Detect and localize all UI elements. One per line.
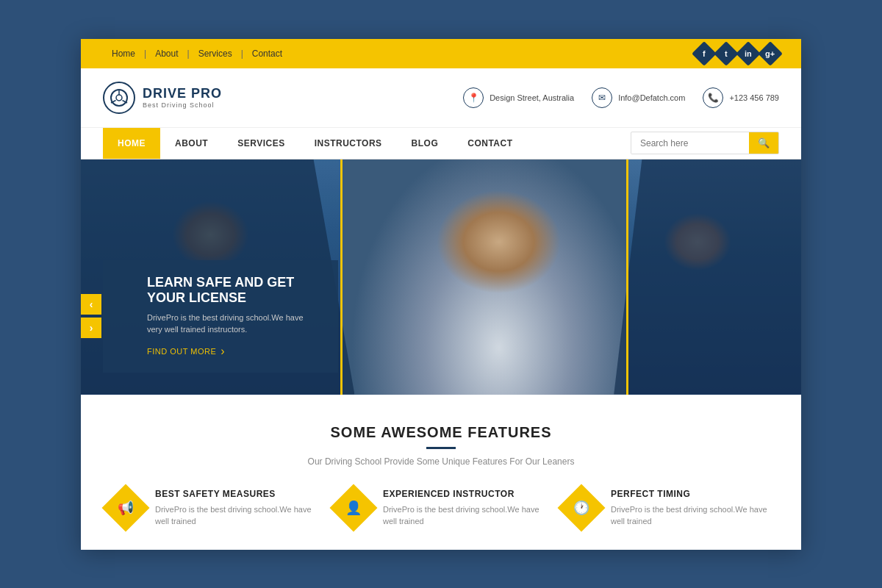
feature-safety-title: BEST SAFETY MEASURES — [155, 489, 320, 499]
top-bar: Home | About | Services | Contact f t in… — [81, 39, 801, 68]
feature-timing-title: PERFECT TIMING — [611, 489, 775, 499]
nav-instructors[interactable]: INSTRUCTORS — [300, 128, 397, 159]
nav-blog[interactable]: BLOG — [397, 128, 453, 159]
facebook-icon[interactable]: f — [692, 41, 717, 66]
features-title: SOME AWESOME FEATURES — [103, 424, 779, 441]
hero-next-button[interactable]: › — [81, 318, 101, 338]
clock-icon: 🕐 — [573, 500, 589, 516]
logo-title: DRIVE PRO — [143, 86, 222, 101]
feature-timing-icon-wrap: 🕐 — [562, 489, 600, 527]
feature-safety: 📢 BEST SAFETY MEASURES DrivePro is the b… — [107, 489, 320, 528]
logo-icon — [103, 82, 135, 114]
top-nav-services[interactable]: Services — [190, 49, 241, 59]
hero-section: ‹ › LEARN SAFE AND GET YOUR LICENSE Driv… — [81, 159, 801, 395]
top-nav-contact[interactable]: Contact — [243, 49, 291, 59]
steering-wheel-svg — [110, 88, 129, 107]
address-text: Design Street, Australia — [490, 93, 574, 102]
website-wrapper: Home | About | Services | Contact f t in… — [81, 39, 801, 550]
svg-point-1 — [116, 95, 122, 101]
nav-contact[interactable]: CONTACT — [453, 128, 527, 159]
nav-home[interactable]: HOME — [103, 128, 160, 159]
hero-yellow-line-left — [340, 159, 343, 395]
email-info: ✉ Info@Defatch.com — [592, 87, 685, 108]
top-nav-about[interactable]: About — [146, 49, 187, 59]
feature-timing-desc: DrivePro is the best driving school.We h… — [611, 503, 775, 528]
email-text: Info@Defatch.com — [618, 93, 685, 102]
feature-instructor-text: EXPERIENCED INSTRUCTOR DrivePro is the b… — [383, 489, 548, 528]
hero-prev-button[interactable]: ‹ — [81, 294, 101, 315]
twitter-icon[interactable]: t — [714, 41, 739, 66]
hero-center-panel — [340, 159, 628, 395]
hero-content-box: ‹ › LEARN SAFE AND GET YOUR LICENSE Driv… — [103, 260, 338, 373]
phone-icon: 📞 — [703, 87, 723, 108]
feature-safety-icon-wrap: 📢 — [107, 489, 145, 527]
features-underline — [426, 447, 456, 449]
social-icons: f t in g+ — [695, 45, 779, 62]
nav-services[interactable]: SERVICES — [223, 128, 299, 159]
nav-about[interactable]: ABOUT — [160, 128, 223, 159]
googleplus-icon[interactable]: g+ — [758, 41, 783, 66]
hero-title: LEARN SAFE AND GET YOUR LICENSE — [147, 275, 320, 306]
feature-timing-text: PERFECT TIMING DrivePro is the best driv… — [611, 489, 775, 528]
phone-text: +123 456 789 — [729, 93, 779, 102]
features-subtitle: Our Driving School Provide Some Unique F… — [103, 456, 779, 467]
logo-subtitle: Best Driving School — [143, 101, 222, 109]
top-nav: Home | About | Services | Contact — [103, 49, 291, 59]
top-nav-home[interactable]: Home — [103, 49, 144, 59]
feature-instructor-icon-wrap: 👤 — [334, 489, 373, 527]
features-header: SOME AWESOME FEATURES Our Driving School… — [103, 424, 779, 467]
header: DRIVE PRO Best Driving School 📍 Design S… — [81, 68, 801, 128]
search-bar: 🔍 — [631, 132, 779, 154]
phone-info: 📞 +123 456 789 — [703, 87, 779, 108]
features-grid: 📢 BEST SAFETY MEASURES DrivePro is the b… — [103, 489, 779, 528]
hero-description: DrivePro is the best driving school.We h… — [147, 312, 320, 336]
hero-arrows: ‹ › — [81, 294, 101, 338]
hero-cta-button[interactable]: FIND OUT MORE — [147, 345, 320, 358]
feature-safety-text: BEST SAFETY MEASURES DrivePro is the bes… — [155, 489, 320, 528]
hero-center-person — [340, 159, 628, 395]
feature-instructor: 👤 EXPERIENCED INSTRUCTOR DrivePro is the… — [334, 489, 548, 528]
feature-instructor-title: EXPERIENCED INSTRUCTOR — [383, 489, 548, 499]
logo-area: DRIVE PRO Best Driving School — [103, 82, 222, 114]
location-icon: 📍 — [463, 87, 484, 108]
feature-instructor-desc: DrivePro is the best driving school.We h… — [383, 503, 548, 528]
feature-timing: 🕐 PERFECT TIMING DrivePro is the best dr… — [562, 489, 775, 528]
email-icon: ✉ — [592, 87, 612, 108]
instructor-icon: 👤 — [345, 500, 362, 516]
hero-yellow-line-right — [626, 159, 628, 395]
linkedin-icon[interactable]: in — [736, 41, 761, 66]
address-info: 📍 Design Street, Australia — [463, 87, 574, 108]
search-button[interactable]: 🔍 — [749, 132, 778, 154]
features-section: SOME AWESOME FEATURES Our Driving School… — [81, 395, 801, 550]
search-input[interactable] — [631, 133, 749, 154]
logo-text: DRIVE PRO Best Driving School — [143, 86, 222, 109]
megaphone-icon: 📢 — [118, 500, 134, 516]
nav-links: HOME ABOUT SERVICES INSTRUCTORS BLOG CON… — [103, 128, 528, 159]
feature-safety-desc: DrivePro is the best driving school.We h… — [155, 503, 320, 528]
hero-dark-right — [614, 159, 801, 395]
header-info: 📍 Design Street, Australia ✉ Info@Defatc… — [463, 87, 779, 108]
main-nav: HOME ABOUT SERVICES INSTRUCTORS BLOG CON… — [81, 128, 801, 159]
